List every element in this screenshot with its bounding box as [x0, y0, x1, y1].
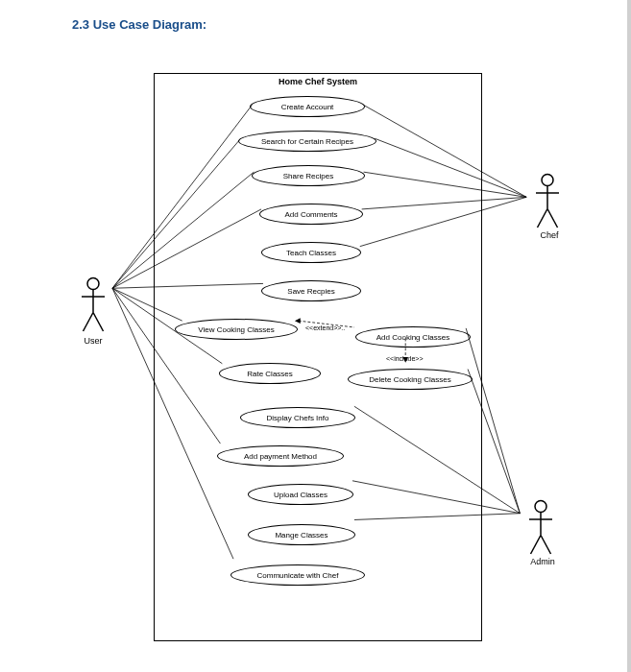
svg-point-0 [87, 278, 99, 290]
actor-admin-icon [526, 499, 555, 557]
scroll-gutter [627, 0, 631, 672]
usecase-create-account: Create Account [250, 96, 365, 117]
svg-line-3 [84, 313, 94, 332]
usecase-display-chefs-info: Display Chefs Info [240, 407, 355, 428]
actor-chef-label: Chef [525, 230, 573, 240]
usecase-add-cooking-classes: Add Cooking Classes [355, 326, 471, 348]
svg-line-9 [547, 209, 558, 228]
system-boundary: Home Chef System [154, 73, 482, 641]
svg-line-13 [531, 536, 542, 555]
usecase-save-recipes: Save Recpies [261, 280, 361, 301]
usecase-teach-classes: Teach Classes [261, 242, 361, 263]
stereotype-include-label: <<include>> [386, 355, 424, 362]
svg-point-5 [542, 175, 553, 186]
svg-line-8 [538, 209, 548, 228]
usecase-share-recipes: Share Recipes [252, 165, 365, 186]
actor-user-label: User [69, 336, 117, 346]
usecase-communicate-with-chef: Communicate with Chef [231, 564, 365, 586]
usecase-manage-classes: Mange Classes [248, 524, 355, 545]
usecase-add-comments: Add Comments [259, 204, 363, 225]
usecase-search-recipes: Search for Certain Recipes [238, 131, 376, 152]
usecase-upload-classes: Upload Classes [248, 484, 353, 505]
page: 2.3 Use Case Diagram: Home Chef System U… [0, 0, 631, 672]
actor-chef-icon [533, 173, 562, 230]
usecase-view-cooking-classes: View Cooking Classes [175, 319, 298, 340]
svg-line-4 [93, 313, 104, 332]
system-title: Home Chef System [155, 74, 481, 89]
svg-point-10 [535, 501, 546, 513]
section-heading: 2.3 Use Case Diagram: [72, 17, 206, 32]
use-case-diagram: Home Chef System User Chef [96, 58, 547, 653]
usecase-rate-classes: Rate Classes [219, 363, 321, 384]
stereotype-extend-label: <<extend>>.. [305, 324, 345, 331]
actor-user-icon [79, 276, 108, 334]
usecase-delete-cooking-classes: Delete Cooking Classes [348, 369, 473, 390]
actor-admin-label: Admin [519, 557, 567, 566]
svg-line-14 [541, 536, 551, 555]
usecase-add-payment-method: Add payment Method [217, 445, 344, 467]
